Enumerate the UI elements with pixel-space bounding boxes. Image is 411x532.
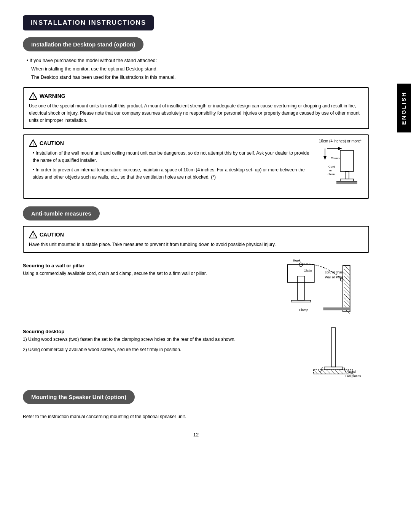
main-header: INSTALLATION INSTRUCTIONS: [23, 15, 154, 30]
page-number: 12: [23, 432, 369, 438]
ventilation-diagram: 10cm (4 inches) or more*: [317, 139, 363, 194]
ventilation-svg: Clamp Cord or chain: [319, 145, 361, 194]
svg-rect-8: [340, 150, 354, 171]
caution-triangle-icon-2: !: [29, 230, 37, 239]
svg-text:Hook: Hook: [293, 259, 301, 262]
svg-rect-34: [323, 307, 350, 310]
svg-rect-36: [298, 276, 305, 300]
svg-text:Chain: Chain: [304, 268, 312, 272]
securing-wall-title: Securing to a wall or pillar: [23, 263, 263, 268]
main-content: INSTALLATION INSTRUCTIONS Installation t…: [23, 15, 369, 438]
warning-box: ! WARNING Use one of the special mount u…: [23, 87, 369, 129]
svg-text:cord or chain: cord or chain: [325, 270, 344, 274]
securing-desktop-step1: 1) Using wood screws (two) fasten the se…: [23, 336, 293, 343]
svg-text:Clamp: Clamp: [331, 157, 340, 160]
svg-line-31: [344, 301, 350, 307]
svg-rect-46: [324, 367, 343, 370]
svg-line-28: [344, 290, 350, 296]
caution-text-2: Have this unit mounted in a stable place…: [29, 241, 363, 248]
svg-text:Wood: Wood: [347, 369, 356, 373]
svg-line-53: [331, 370, 335, 374]
svg-rect-10: [340, 179, 354, 181]
svg-rect-45: [331, 328, 336, 367]
securing-desktop-diagram: Wood Two places: [301, 324, 369, 382]
securing-desktop-text: Securing desktop 1) Using wood screws (t…: [23, 324, 293, 353]
intro-bullet: • If you have purchased the model withou…: [27, 57, 369, 64]
caution-bullet-2: In order to prevent an internal temperat…: [29, 166, 312, 181]
svg-text:Wall or Pillar: Wall or Pillar: [325, 275, 343, 279]
svg-line-55: [339, 370, 343, 374]
caution-box-2: ! CAUTION Have this unit mounted in a st…: [23, 226, 369, 253]
svg-line-29: [344, 294, 350, 300]
svg-line-49: [314, 370, 318, 374]
svg-line-24: [344, 276, 350, 282]
section-speaker: Mounting the Speaker Unit (option) Refer…: [23, 390, 369, 420]
svg-line-23: [344, 272, 350, 278]
warning-label: ! WARNING: [29, 92, 363, 100]
svg-line-54: [335, 370, 339, 374]
warning-triangle-icon: !: [29, 92, 37, 100]
securing-desktop-step2: 2) Using commercially available wood scr…: [23, 346, 293, 353]
page: ENGLISH INSTALLATION INSTRUCTIONS Instal…: [0, 0, 411, 532]
securing-desktop-svg: Wood Two places: [301, 324, 369, 381]
svg-line-51: [322, 370, 326, 374]
intro-line1: When installing the monitor, use the opt…: [27, 65, 369, 73]
caution-triangle-icon-1: !: [29, 139, 37, 147]
ventilation-label: 10cm (4 inches) or more*: [319, 139, 362, 143]
svg-line-26: [344, 283, 350, 289]
svg-text:or: or: [329, 169, 332, 172]
side-tab: ENGLISH: [397, 84, 411, 133]
section-anti-tumble: Anti-tumble measures ! CAUTION Have this…: [23, 206, 369, 382]
caution-label-1: ! CAUTION: [29, 139, 312, 147]
securing-wall-diagram: Hook Chain cord or chain Wall or Pillar …: [270, 258, 369, 316]
section-desktop-stand: Installation the Desktop stand (option) …: [23, 37, 369, 199]
caution-box-1: ! CAUTION Installation of the wall mount…: [23, 134, 369, 199]
section2-title: Anti-tumble measures: [23, 206, 100, 220]
svg-line-27: [344, 287, 350, 293]
section1-intro: • If you have purchased the model withou…: [23, 57, 369, 81]
svg-text:chain: chain: [328, 173, 335, 176]
securing-wall-text: Securing to a wall or pillar Using a com…: [23, 258, 263, 277]
caution-text-block: ! CAUTION Installation of the wall mount…: [29, 139, 312, 194]
warning-text: Use one of the special mount units to in…: [29, 102, 363, 125]
securing-wall-body: Using a commercially available cord, cha…: [23, 270, 263, 277]
svg-line-30: [344, 297, 350, 304]
caution-bullet-1: Installation of the wall mount unit and …: [29, 150, 312, 164]
caution-label-2: ! CAUTION: [29, 230, 363, 239]
svg-rect-9: [345, 171, 349, 179]
securing-wall-svg: Hook Chain cord or chain Wall or Pillar …: [270, 258, 369, 315]
svg-marker-7: [338, 147, 342, 150]
svg-rect-37: [288, 265, 314, 283]
svg-rect-15: [336, 181, 357, 184]
svg-text:Two places: Two places: [345, 374, 361, 378]
svg-text:!: !: [32, 142, 33, 147]
section1-title: Installation the Desktop stand (option): [23, 37, 143, 51]
section3-title: Mounting the Speaker Unit (option): [23, 390, 135, 404]
svg-marker-5: [323, 156, 327, 160]
intro-line2: The Desktop stand has been used for the …: [27, 73, 369, 81]
securing-desktop-section: Securing desktop 1) Using wood screws (t…: [23, 324, 369, 382]
svg-text:Clamp: Clamp: [299, 308, 309, 312]
securing-wall-section: Securing to a wall or pillar Using a com…: [23, 258, 369, 316]
svg-line-52: [327, 370, 331, 374]
svg-text:!: !: [32, 95, 33, 99]
svg-line-25: [344, 280, 350, 286]
section3-text: Refer to the instruction manual concerni…: [23, 413, 369, 420]
svg-text:!: !: [32, 234, 33, 238]
svg-text:Cord: Cord: [328, 165, 335, 168]
securing-desktop-title: Securing desktop: [23, 329, 293, 334]
svg-rect-47: [314, 370, 353, 374]
